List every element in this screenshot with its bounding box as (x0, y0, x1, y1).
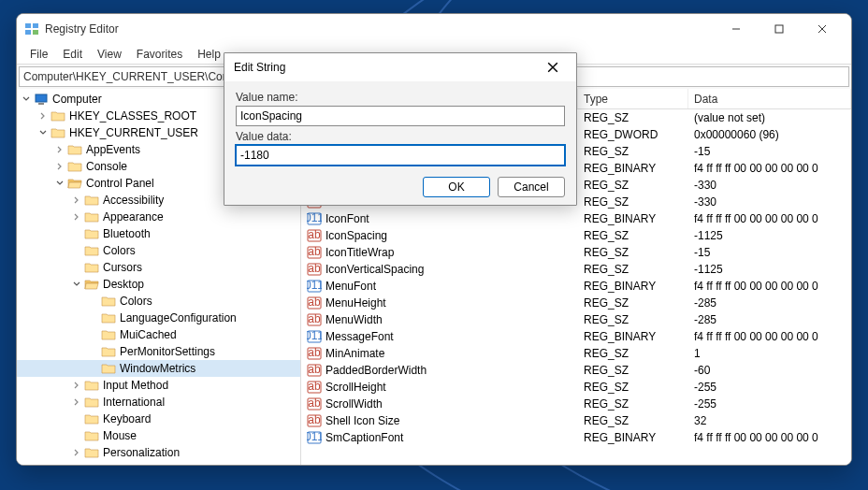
tree-node-bluetooth[interactable]: Bluetooth (17, 225, 300, 242)
tree-node-personalization[interactable]: Personalization (17, 444, 300, 461)
list-row[interactable]: abScrollHeightREG_SZ-255 (301, 379, 851, 396)
value-name: MessageFont (326, 330, 394, 343)
value-name-cell: abScrollHeight (301, 380, 578, 395)
tree-label: Colors (103, 244, 136, 257)
chevron-right-icon[interactable] (71, 380, 82, 391)
tree-label: MuiCached (120, 328, 177, 341)
list-row[interactable]: abIconTitleWrapREG_SZ-15 (301, 244, 851, 261)
menu-edit[interactable]: Edit (55, 46, 90, 63)
tree-label: Appearance (103, 210, 164, 223)
tree-node-colors[interactable]: Colors (17, 242, 300, 259)
value-name-cell: abMinAnimate (301, 346, 578, 361)
list-row[interactable]: abPaddedBorderWidthREG_SZ-60 (301, 362, 851, 379)
list-row[interactable]: 011IconFontREG_BINARYf4 ff ff ff 00 00 0… (301, 210, 851, 227)
app-icon (24, 22, 39, 36)
chevron-right-icon[interactable] (71, 211, 82, 223)
value-type: REG_BINARY (578, 330, 688, 343)
value-type: REG_SZ (578, 397, 688, 411)
svg-rect-9 (38, 103, 44, 105)
svg-text:ab: ab (308, 245, 321, 258)
tree-node-cursors[interactable]: Cursors (17, 259, 300, 276)
menu-help[interactable]: Help (190, 46, 228, 63)
tree-node-languageconfiguration[interactable]: LanguageConfiguration (17, 310, 300, 326)
string-value-icon: ab (307, 262, 322, 277)
value-data: -285 (688, 313, 851, 326)
list-row[interactable]: 011SmCaptionFontREG_BINARYf4 ff ff ff 00… (301, 429, 851, 446)
chevron-right-icon[interactable] (71, 447, 82, 458)
string-value-icon: ab (307, 245, 322, 260)
header-data[interactable]: Data (688, 89, 851, 108)
value-data: 1 (688, 347, 851, 360)
value-name: PaddedBorderWidth (326, 364, 427, 377)
tree-label: Input Method (103, 379, 168, 392)
dialog-close-button[interactable] (539, 53, 567, 81)
tree-label: Control Panel (86, 177, 154, 190)
header-type[interactable]: Type (578, 89, 688, 108)
list-row[interactable]: abIconVerticalSpacingREG_SZ-1125 (301, 261, 851, 278)
cancel-button[interactable]: Cancel (498, 177, 565, 197)
tree-node-windowmetrics[interactable]: WindowMetrics (17, 360, 300, 377)
tree-label: Computer (52, 93, 102, 106)
value-type: REG_SZ (578, 229, 688, 242)
value-type: REG_SZ (578, 195, 688, 209)
list-row[interactable]: abIconSpacingREG_SZ-1125 (301, 227, 851, 244)
tree-node-international[interactable]: International (17, 394, 300, 411)
chevron-down-icon[interactable] (37, 127, 49, 138)
menu-favorites[interactable]: Favorites (129, 46, 190, 63)
tree-node-input-method[interactable]: Input Method (17, 377, 300, 394)
list-row[interactable]: 011MenuFontREG_BINARYf4 ff ff ff 00 00 0… (301, 278, 851, 295)
value-name-cell: 011MessageFont (301, 329, 578, 344)
list-row[interactable]: abMenuHeightREG_SZ-285 (301, 295, 851, 311)
minimize-button[interactable] (715, 14, 758, 44)
tree-node-mouse[interactable]: Mouse (17, 427, 300, 444)
value-data: -285 (688, 296, 851, 310)
list-row[interactable]: abScrollWidthREG_SZ-255 (301, 396, 851, 412)
chevron-down-icon[interactable] (54, 178, 65, 189)
value-data-input[interactable] (236, 145, 565, 166)
ok-button[interactable]: OK (423, 177, 490, 197)
value-data: -1125 (688, 263, 851, 276)
list-row[interactable]: abMenuWidthREG_SZ-285 (301, 311, 851, 328)
value-name-label: Value name: (236, 91, 565, 104)
tree-node-colors[interactable]: Colors (17, 293, 300, 310)
value-name: SmCaptionFont (326, 431, 403, 444)
folder-icon (101, 362, 116, 375)
folder-icon (51, 126, 65, 139)
chevron-right-icon[interactable] (37, 110, 49, 122)
folder-icon (84, 412, 99, 425)
chevron-right-icon[interactable] (54, 144, 65, 155)
tree-node-permonitorsettings[interactable]: PerMonitorSettings (17, 343, 300, 360)
computer-icon (34, 93, 49, 106)
value-name-cell: 011SmCaptionFont (301, 430, 578, 445)
svg-rect-8 (36, 94, 47, 102)
string-value-icon: ab (307, 413, 322, 428)
tree-node-appearance[interactable]: Appearance (17, 209, 300, 225)
value-name: ScrollWidth (326, 397, 383, 411)
string-value-icon: ab (307, 346, 322, 361)
chevron-right-icon[interactable] (71, 195, 82, 206)
folder-icon (84, 210, 99, 223)
chevron-down-icon[interactable] (21, 94, 32, 105)
tree-label: Colors (120, 295, 152, 308)
chevron-right-icon[interactable] (54, 161, 65, 172)
chevron-right-icon[interactable] (71, 464, 82, 465)
list-row[interactable]: abShell Icon SizeREG_SZ32 (301, 412, 851, 429)
binary-value-icon: 011 (307, 329, 322, 344)
svg-rect-3 (33, 30, 38, 35)
tree-node-keyboard[interactable]: Keyboard (17, 411, 300, 427)
chevron-down-icon[interactable] (71, 279, 82, 290)
menu-view[interactable]: View (90, 46, 129, 63)
close-button[interactable] (801, 14, 844, 44)
tree-node-muicached[interactable]: MuiCached (17, 326, 300, 343)
list-row[interactable]: abMinAnimateREG_SZ1 (301, 345, 851, 362)
tree-node-powercfg[interactable]: PowerCfg (17, 461, 300, 465)
value-name-input[interactable] (236, 106, 565, 126)
value-type: REG_BINARY (578, 212, 688, 225)
maximize-button[interactable] (758, 14, 801, 44)
svg-rect-5 (775, 25, 783, 33)
tree-label: PowerCfg (103, 463, 152, 465)
tree-node-desktop[interactable]: Desktop (17, 276, 300, 293)
list-row[interactable]: 011MessageFontREG_BINARYf4 ff ff ff 00 0… (301, 328, 851, 345)
chevron-right-icon[interactable] (71, 396, 82, 408)
menu-file[interactable]: File (22, 46, 55, 63)
